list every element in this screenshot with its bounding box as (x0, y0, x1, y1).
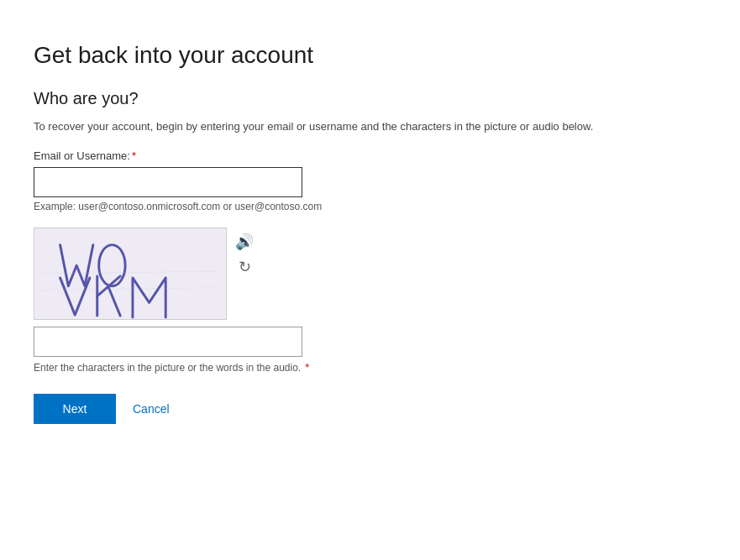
captcha-section: 🔊 ↻ Enter the characters in the picture … (34, 228, 706, 374)
audio-icon: 🔊 (235, 233, 254, 250)
email-field-group: Email or Username:* Example: user@contos… (34, 149, 706, 212)
captcha-input[interactable] (34, 327, 302, 357)
description-text: To recover your account, begin by enteri… (34, 120, 689, 133)
captcha-input-group: Enter the characters in the picture or t… (34, 327, 706, 374)
page-title: Get back into your account (34, 42, 706, 69)
button-row: Next Cancel (34, 394, 706, 424)
svg-rect-0 (35, 228, 225, 319)
refresh-icon: ↻ (239, 259, 251, 275)
captcha-required-indicator: * (302, 362, 309, 374)
next-button[interactable]: Next (34, 394, 116, 424)
section-title: Who are you? (34, 89, 706, 108)
email-input[interactable] (34, 167, 302, 197)
captcha-controls: 🔊 ↻ (235, 228, 254, 275)
email-hint: Example: user@contoso.onmicrosoft.com or… (34, 201, 706, 212)
email-label: Email or Username:* (34, 149, 706, 162)
cancel-button[interactable]: Cancel (133, 402, 170, 416)
captcha-container: 🔊 ↻ (34, 228, 706, 320)
captcha-image (34, 228, 227, 320)
refresh-button[interactable]: ↻ (235, 259, 254, 275)
audio-button[interactable]: 🔊 (235, 234, 254, 249)
required-indicator: * (132, 149, 136, 162)
captcha-hint: Enter the characters in the picture or t… (34, 362, 706, 374)
